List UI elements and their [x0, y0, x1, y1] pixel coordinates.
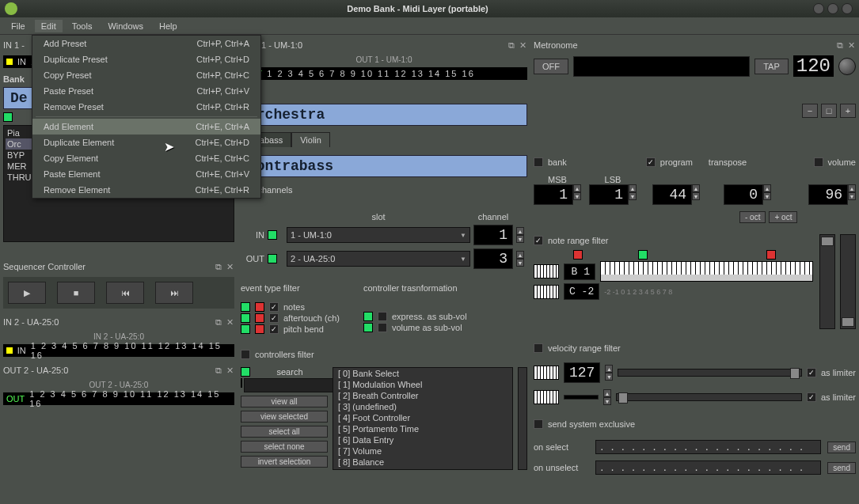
limiter2-checkbox[interactable]	[807, 392, 816, 402]
select-none-button[interactable]: select none	[241, 441, 328, 453]
list-item[interactable]: [ 2] Breath Controller	[333, 390, 512, 401]
tr-down[interactable]: ▼	[763, 192, 771, 200]
tab-violin[interactable]: Violin	[291, 132, 330, 147]
undock-icon[interactable]: ⧉	[214, 317, 223, 327]
slider-a[interactable]	[819, 234, 835, 329]
play-button[interactable]: ▶	[8, 282, 46, 304]
minus-oct-button[interactable]: - oct	[739, 211, 766, 223]
preset-lcd[interactable]: Orchestra	[241, 104, 527, 126]
undock-icon[interactable]: ⧉	[507, 40, 516, 50]
pitchbend-checkbox[interactable]	[269, 324, 279, 334]
next-button[interactable]: ⏭	[155, 282, 193, 304]
volume-checkbox[interactable]	[814, 157, 823, 167]
vol-checkbox[interactable]	[378, 323, 387, 332]
plus-button[interactable]: +	[840, 104, 856, 118]
bpm-display[interactable]: 120	[793, 55, 834, 77]
menu-duplicate-preset[interactable]: Duplicate PresetCtrl+P, Ctrl+D	[32, 51, 260, 67]
notes-off-indicator[interactable]	[255, 302, 264, 312]
lsb-value[interactable]: 1	[589, 184, 629, 205]
plus-oct-button[interactable]: + oct	[769, 211, 797, 223]
list-item[interactable]: [ 6] Data Entry	[333, 434, 512, 445]
in-ch-up[interactable]: ▲	[516, 227, 524, 235]
sysex-onunselect-input[interactable]: . . . . . . . . . . . . . . . . . . . .	[595, 460, 821, 475]
pb-on[interactable]	[241, 324, 250, 334]
sysex-checkbox[interactable]	[534, 419, 543, 429]
vel-down[interactable]: ▼	[605, 373, 613, 381]
bank-checkbox[interactable]	[534, 157, 543, 167]
exp-checkbox[interactable]	[378, 312, 387, 321]
in-indicator[interactable]	[268, 230, 277, 240]
msb-value[interactable]: 1	[534, 184, 573, 205]
velrange-checkbox[interactable]	[534, 343, 543, 353]
vel-slider-lo[interactable]	[616, 393, 802, 401]
list-item[interactable]: [ 7] Volume	[333, 445, 512, 457]
vel2-down[interactable]: ▼	[603, 397, 611, 405]
vol-down[interactable]: ▼	[848, 192, 856, 200]
view-selected-button[interactable]: view selected	[241, 411, 328, 423]
vol-up[interactable]: ▲	[848, 184, 856, 192]
in-slot-select[interactable]: 1 - UM-1:0▼	[287, 227, 470, 243]
menu-paste-element[interactable]: Paste ElementCtrl+E, Ctrl+V	[32, 166, 260, 182]
out-slot-select[interactable]: 2 - UA-25:0▼	[287, 251, 470, 267]
menu-copy-preset[interactable]: Copy PresetCtrl+P, Ctrl+C	[32, 67, 260, 83]
minus-button[interactable]: −	[802, 104, 818, 118]
close-button[interactable]	[842, 3, 853, 14]
neutral-button[interactable]: □	[821, 104, 837, 118]
list-item[interactable]: [ 0] Bank Select	[333, 368, 512, 379]
close-icon[interactable]: ✕	[225, 262, 234, 271]
range-marker-mid[interactable]	[638, 250, 648, 260]
exp-ind[interactable]	[363, 312, 373, 321]
invert-selection-button[interactable]: invert selection	[241, 456, 328, 468]
lsb-down[interactable]: ▼	[629, 192, 637, 200]
at-off[interactable]	[255, 313, 264, 323]
controller-list[interactable]: [ 0] Bank Select [ 1] Modulation Wheel […	[333, 367, 513, 470]
tr-up[interactable]: ▲	[763, 184, 771, 192]
close-icon[interactable]: ✕	[225, 317, 234, 327]
menu-file[interactable]: File	[5, 20, 32, 32]
sysex-onselect-input[interactable]: . . . . . . . . . . . . . . . . . . . .	[595, 440, 821, 454]
menu-paste-preset[interactable]: Paste PresetCtrl+P, Ctrl+V	[32, 83, 260, 99]
list-item[interactable]: [ 3] (undefined)	[333, 401, 512, 412]
undock-icon[interactable]: ⧉	[214, 366, 223, 375]
preset-indicator[interactable]	[3, 112, 13, 122]
vel-value[interactable]: 127	[564, 362, 600, 383]
slider-b[interactable]	[840, 234, 856, 329]
vel-up[interactable]: ▲	[605, 365, 613, 373]
notes-checkbox[interactable]	[269, 302, 279, 312]
keyboard-range[interactable]	[600, 261, 813, 282]
menu-duplicate-element[interactable]: Duplicate ElementCtrl+E, Ctrl+D	[32, 135, 260, 150]
send-onselect-button[interactable]: send	[827, 441, 856, 453]
aftertouch-checkbox[interactable]	[269, 313, 279, 323]
maximize-button[interactable]	[827, 3, 838, 14]
menu-add-element[interactable]: Add ElementCtrl+E, Ctrl+A	[32, 119, 260, 135]
list-item[interactable]: [ 4] Foot Controller	[333, 412, 512, 423]
out-indicator[interactable]	[268, 254, 277, 263]
vel-value2[interactable]	[564, 395, 599, 400]
out-ch-up[interactable]: ▲	[516, 251, 524, 259]
menu-add-preset[interactable]: Add PresetCtrl+P, Ctrl+A	[32, 36, 260, 51]
list-item[interactable]: [ 1] Modulation Wheel	[333, 379, 512, 390]
notes-on-indicator[interactable]	[241, 302, 250, 312]
minimize-button[interactable]	[813, 3, 824, 14]
transpose-value[interactable]: 0	[724, 184, 763, 205]
vel-slider-hi[interactable]	[618, 369, 802, 377]
select-all-button[interactable]: select all	[241, 426, 328, 438]
menu-edit[interactable]: Edit	[35, 20, 63, 32]
close-icon[interactable]: ✕	[518, 40, 527, 50]
volume-value[interactable]: 96	[808, 184, 848, 205]
menu-tools[interactable]: Tools	[66, 20, 99, 32]
metronome-off-button[interactable]: OFF	[534, 59, 568, 74]
undock-icon[interactable]: ⧉	[214, 262, 223, 271]
prev-button[interactable]: ⏮	[106, 282, 144, 304]
msb-down[interactable]: ▼	[573, 192, 581, 200]
prog-up[interactable]: ▲	[692, 184, 700, 192]
view-all-button[interactable]: view all	[241, 396, 328, 407]
prog-down[interactable]: ▼	[692, 192, 700, 200]
ctrlfilter-checkbox[interactable]	[241, 350, 250, 359]
element-lcd[interactable]: Contrabass	[241, 155, 527, 177]
ctrl-ind-r[interactable]	[241, 378, 242, 388]
menu-remove-element[interactable]: Remove ElementCtrl+E, Ctrl+R	[32, 182, 260, 198]
tap-button[interactable]: TAP	[754, 59, 789, 74]
program-checkbox[interactable]	[646, 157, 656, 167]
at-on[interactable]	[241, 313, 250, 323]
